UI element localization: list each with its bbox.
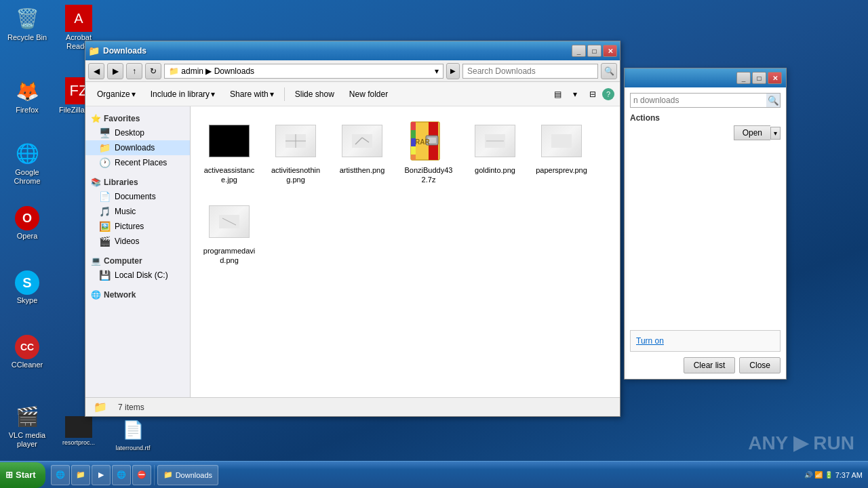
desktop-icon-resortproc[interactable]: resortproc...: [54, 413, 103, 449]
sidebar-item-videos[interactable]: 🎬 Videos: [85, 234, 190, 249]
view-list-button[interactable]: ▤: [549, 86, 566, 102]
desktop-icon-chrome[interactable]: 🌐 Google Chrome: [3, 137, 52, 188]
slide-show-button[interactable]: Slide show: [289, 85, 340, 104]
file-item-artistthen[interactable]: artistthen.png: [332, 115, 393, 190]
vlc-label: VLC media player: [5, 431, 49, 449]
file-item-activitiesnothing[interactable]: activitiesnothing.png: [265, 115, 326, 190]
maximize-button[interactable]: □: [587, 45, 601, 57]
turn-on-link[interactable]: Turn on: [636, 336, 664, 346]
forward-button[interactable]: ▶: [107, 63, 123, 79]
side-search-button[interactable]: 🔍: [766, 94, 780, 107]
sidebar-favorites[interactable]: ⭐ Favorites: [85, 112, 190, 125]
sidebar-item-recent[interactable]: 🕐 Recent Places: [85, 155, 190, 170]
clear-list-button[interactable]: Clear list: [684, 357, 736, 373]
desktop-icon-vlc[interactable]: 🎬 VLC media player: [3, 400, 52, 451]
jpg-thumbnail: [209, 125, 250, 157]
side-panel-controls: _ □ ✕: [736, 72, 782, 84]
turn-on-section: Turn on: [630, 330, 781, 352]
recycle-bin-icon: 🗑️: [14, 5, 41, 32]
address-dropdown[interactable]: ▾: [435, 66, 439, 76]
toolbar-separator: [284, 87, 285, 101]
close-panel-button[interactable]: Close: [739, 357, 781, 373]
file-item-activeassistance[interactable]: activeassistance.jpg: [199, 115, 260, 190]
recycle-bin-label: Recycle Bin: [7, 33, 47, 42]
taskbar-av-icon[interactable]: ⛔: [132, 465, 151, 485]
file-name-papersprev: papersprev.png: [536, 165, 587, 175]
taskbar: ⊞ Start 🌐 📁 ▶ 🌐 ⛔ 📁 Downloads 🔊 📶 🔋 7:37…: [0, 461, 868, 488]
desktop-icon-opera[interactable]: O Opera: [3, 203, 52, 243]
status-folder-icon: 📁: [94, 401, 107, 413]
file-icon-png4: [540, 119, 583, 163]
help-button[interactable]: ?: [602, 88, 614, 100]
sidebar-item-downloads[interactable]: 📁 Downloads: [85, 140, 190, 155]
svg-rect-15: [411, 155, 416, 160]
skype-icon: S: [15, 270, 39, 295]
file-icon-png1: [274, 119, 317, 163]
desktop-icon-firefox[interactable]: 🦊 Firefox: [3, 75, 52, 117]
start-button[interactable]: ⊞ Start: [0, 462, 45, 488]
go-button[interactable]: ▶: [446, 63, 460, 79]
png-thumbnail5: [209, 205, 250, 238]
desktop-icon-recycle-bin[interactable]: 🗑️ Recycle Bin: [3, 2, 52, 45]
desktop-icon-laterround[interactable]: 📄 laterround.rtf: [108, 413, 157, 455]
sidebar-item-pictures[interactable]: 🖼️ Pictures: [85, 219, 190, 234]
downloads-nav-icon: 📁: [99, 142, 111, 153]
tray-icons: 🔊 📶 🔋: [804, 471, 833, 479]
address-field[interactable]: 📁 admin ▶ Downloads ▾: [164, 64, 443, 79]
up-button[interactable]: ↑: [126, 63, 142, 79]
file-item-bonzibuddy[interactable]: RAR BonziBuddy432.7z: [398, 115, 459, 190]
file-item-programmedavid[interactable]: programmedavid.png: [199, 195, 260, 270]
acrobat-icon: A: [65, 5, 92, 32]
file-icon-png2: [340, 119, 384, 163]
view-details-button[interactable]: ⊟: [585, 86, 601, 102]
file-area: activeassistance.jpg: [191, 106, 620, 397]
file-item-papersprev[interactable]: papersprev.png: [531, 115, 592, 190]
search-input[interactable]: [467, 66, 593, 76]
open-dropdown-button[interactable]: ▾: [770, 127, 781, 140]
include-library-button[interactable]: Include in library ▾: [144, 85, 221, 104]
side-panel-restore[interactable]: □: [752, 72, 766, 84]
svg-rect-12: [411, 130, 416, 138]
open-main-button[interactable]: Open: [734, 125, 770, 140]
share-with-button[interactable]: Share with ▾: [224, 85, 280, 104]
pictures-nav-icon: 🖼️: [99, 221, 111, 232]
ccleaner-icon: CC: [15, 335, 39, 359]
sidebar-item-music[interactable]: 🎵 Music: [85, 204, 190, 219]
file-name-activeassistance: activeassistance.jpg: [202, 165, 256, 185]
taskbar-ie-icon[interactable]: 🌐: [51, 465, 70, 485]
taskbar-downloads-item[interactable]: 📁 Downloads: [157, 465, 218, 485]
back-button[interactable]: ◀: [88, 63, 104, 79]
refresh-button[interactable]: ↻: [145, 63, 161, 79]
minimize-button[interactable]: _: [572, 45, 586, 57]
sidebar-libraries[interactable]: 📚 Libraries: [85, 176, 190, 189]
organize-button[interactable]: Organize ▾: [91, 85, 142, 104]
new-folder-button[interactable]: New folder: [343, 85, 394, 104]
view-dropdown-button[interactable]: ▾: [567, 86, 583, 102]
taskbar-chrome-icon[interactable]: 🌐: [112, 465, 131, 485]
sidebar-computer[interactable]: 💻 Computer: [85, 254, 190, 268]
taskbar-explorer-icon[interactable]: 📁: [71, 465, 90, 485]
sidebar-spacer2: [85, 249, 190, 254]
close-button[interactable]: ✕: [603, 45, 617, 57]
file-name-bonzibuddy: BonziBuddy432.7z: [401, 165, 456, 185]
side-panel: _ □ ✕ 🔍 Actions Open ▾: [624, 68, 787, 380]
sidebar-item-localdisk[interactable]: 💾 Local Disk (C:): [85, 268, 190, 283]
png-preview-svg3: [485, 134, 505, 148]
side-panel-close[interactable]: ✕: [768, 72, 782, 84]
side-panel-minimize[interactable]: _: [736, 72, 751, 84]
desktop-icon-ccleaner[interactable]: CC CCleaner: [3, 332, 52, 372]
sidebar-network[interactable]: 🌐 Network: [85, 288, 190, 302]
sidebar: ⭐ Favorites 🖥️ Desktop 📁 Downloads 🕐 Rec…: [85, 106, 191, 397]
png-preview-svg5: [219, 215, 239, 228]
side-panel-content: 🔍 Actions Open ▾ Turn on: [625, 87, 786, 379]
toolbar: Organize ▾ Include in library ▾ Share wi…: [85, 82, 620, 106]
desktop-icon-skype[interactable]: S Skype: [3, 268, 52, 308]
view-buttons: ▤ ▾ ⊟ ?: [549, 86, 614, 102]
sidebar-item-documents[interactable]: 📄 Documents: [85, 189, 190, 204]
taskbar-media-icon[interactable]: ▶: [92, 465, 111, 485]
file-item-goldinto[interactable]: goldinto.png: [465, 115, 526, 190]
search-button[interactable]: 🔍: [601, 63, 617, 79]
side-search-input[interactable]: [631, 94, 766, 106]
actions-title: Actions: [630, 113, 781, 123]
sidebar-item-desktop[interactable]: 🖥️ Desktop: [85, 125, 190, 140]
